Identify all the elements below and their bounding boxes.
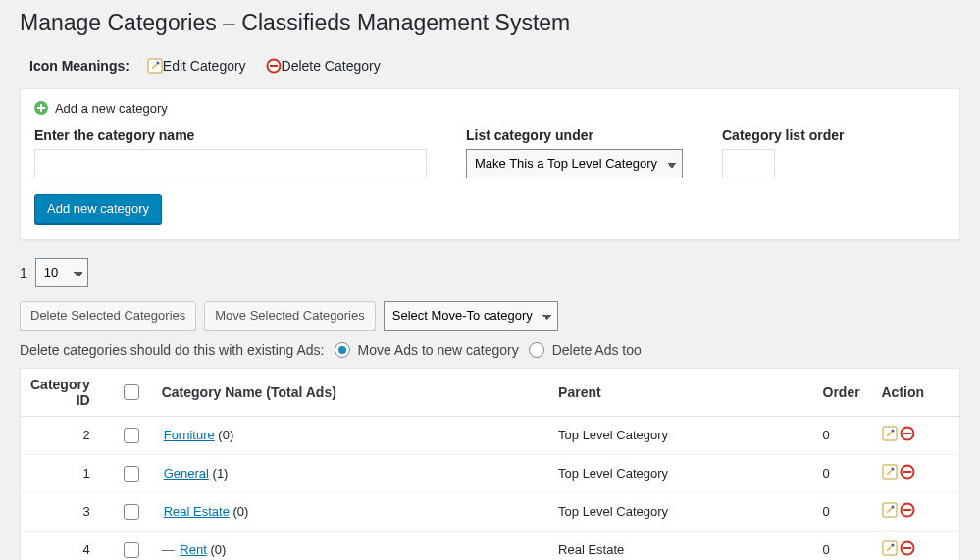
cell-parent: Top Level Category: [548, 492, 812, 531]
bulk-actions: Delete Selected Categories Move Selected…: [20, 301, 960, 331]
cell-name: General (1): [152, 454, 548, 492]
radio-move-ads[interactable]: [335, 342, 350, 358]
delete-selected-button[interactable]: Delete Selected Categories: [20, 301, 196, 331]
row-checkbox[interactable]: [124, 504, 139, 520]
row-checkbox[interactable]: [124, 542, 139, 558]
indent-marker: —: [162, 542, 179, 557]
legend-delete: Delete Category: [264, 58, 381, 74]
order-label: Category list order: [722, 127, 844, 143]
col-order-header: Order: [813, 368, 872, 416]
cell-parent: Top Level Category: [548, 416, 812, 454]
cell-order: 0: [813, 416, 872, 454]
delete-icon[interactable]: [900, 502, 915, 521]
category-link[interactable]: Rent: [180, 542, 206, 557]
category-name-label: Enter the category name: [34, 127, 427, 143]
add-icon: [34, 101, 48, 115]
radio-delete-ads-label: Delete Ads too: [552, 342, 642, 358]
move-selected-button[interactable]: Move Selected Categories: [204, 301, 375, 331]
cell-action: [872, 492, 960, 531]
category-count: (0): [210, 542, 226, 557]
table-row: 2Forniture (0)Top Level Category0: [21, 416, 960, 454]
page-title: Manage Categories – Classifieds Manageme…: [20, 0, 960, 42]
cell-id: 3: [21, 492, 110, 531]
col-action-header: Action: [872, 368, 960, 416]
radio-delete-ads[interactable]: [529, 342, 544, 358]
delete-behavior-label: Delete categories should do this with ex…: [20, 342, 325, 358]
delete-icon[interactable]: [900, 540, 915, 559]
table-row: 1General (1)Top Level Category0: [21, 454, 960, 492]
pager-top: 1 10: [20, 258, 960, 287]
delete-icon: [266, 58, 282, 76]
cell-id: 4: [21, 531, 110, 560]
cell-id: 2: [21, 416, 110, 454]
radio-move-ads-label: Move Ads to new category: [358, 342, 519, 358]
category-link[interactable]: General: [164, 466, 209, 481]
table-row: 4— Rent (0)Real Estate0: [21, 531, 960, 560]
parent-label: List category under: [466, 127, 683, 143]
delete-icon[interactable]: [900, 464, 915, 483]
delete-icon[interactable]: [900, 426, 915, 444]
delete-behavior-row: Delete categories should do this with ex…: [20, 342, 960, 358]
cell-order: 0: [813, 492, 872, 531]
svg-rect-2: [270, 65, 278, 67]
col-name-header: Category Name (Total Ads): [152, 368, 548, 416]
cell-action: [872, 416, 960, 454]
row-checkbox[interactable]: [124, 466, 139, 482]
order-input[interactable]: [722, 149, 775, 178]
category-name-input[interactable]: [34, 149, 427, 178]
category-count: (1): [213, 466, 229, 481]
table-row: 3Real Estate (0)Top Level Category0: [21, 492, 960, 531]
add-category-button[interactable]: Add new category: [34, 194, 162, 224]
cell-parent: Real Estate: [548, 531, 812, 560]
icon-legend: Icon Meanings: Edit Category Delete Cate…: [20, 42, 960, 88]
svg-rect-14: [903, 547, 911, 549]
category-count: (0): [233, 504, 249, 519]
category-count: (0): [218, 428, 233, 442]
categories-table: Category ID Category Name (Total Ads) Pa…: [20, 368, 960, 560]
page-number: 1: [20, 265, 27, 280]
col-parent-header: Parent: [548, 368, 812, 416]
add-panel-title: Add a new category: [34, 101, 946, 116]
edit-icon[interactable]: [882, 464, 898, 483]
cell-order: 0: [813, 531, 872, 560]
category-link[interactable]: Real Estate: [164, 504, 230, 519]
cell-id: 1: [21, 454, 110, 492]
edit-icon[interactable]: [882, 426, 898, 444]
col-checkbox-header: [110, 368, 152, 416]
edit-icon[interactable]: [882, 540, 898, 559]
cell-parent: Top Level Category: [548, 454, 812, 492]
legend-label: Icon Meanings:: [29, 58, 129, 74]
move-to-select[interactable]: Select Move-To category: [384, 301, 558, 331]
svg-rect-8: [903, 471, 911, 473]
edit-icon[interactable]: [882, 502, 898, 521]
add-category-panel: Add a new category Enter the category na…: [20, 88, 960, 240]
cell-name: Forniture (0): [152, 416, 548, 454]
category-link[interactable]: Forniture: [164, 428, 215, 442]
select-all-checkbox-top[interactable]: [124, 384, 139, 400]
col-id-header: Category ID: [21, 368, 110, 416]
per-page-select-top[interactable]: 10: [35, 258, 88, 287]
parent-select[interactable]: Make This a Top Level Category: [466, 149, 683, 178]
cell-order: 0: [813, 454, 872, 492]
svg-rect-5: [903, 433, 911, 434]
cell-action: [872, 454, 960, 492]
cell-name: Real Estate (0): [152, 492, 548, 531]
row-checkbox[interactable]: [124, 428, 139, 443]
svg-rect-11: [903, 509, 911, 511]
cell-name: — Rent (0): [152, 531, 548, 560]
edit-icon: [147, 58, 163, 76]
legend-edit: Edit Category: [147, 58, 250, 74]
cell-action: [872, 531, 960, 560]
